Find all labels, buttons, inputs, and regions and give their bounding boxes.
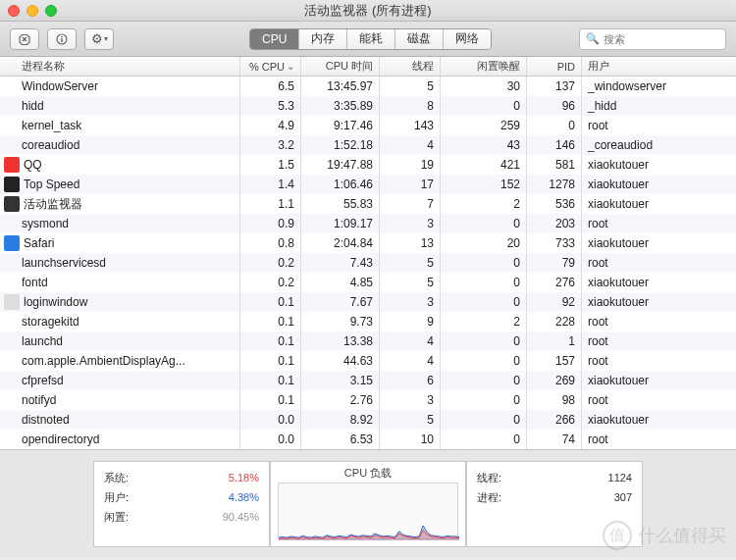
table-row[interactable]: opendirectoryd0.06.5310074root (0, 430, 736, 449)
cell-cpu: 0.2 (240, 253, 301, 273)
chevron-down-icon: ▾ (104, 34, 108, 43)
chart-title: CPU 负载 (344, 466, 392, 481)
cell-cpu: 0.0 (240, 430, 301, 449)
process-name: notifyd (22, 393, 56, 407)
login-icon (4, 294, 20, 310)
close-window-button[interactable] (8, 5, 20, 17)
table-row[interactable]: cfprefsd0.13.1560269xiaokutouer (0, 371, 736, 390)
tab-CPU[interactable]: CPU (250, 29, 299, 49)
cell-user: _hidd (582, 96, 736, 116)
threads-value: 1124 (608, 468, 632, 487)
cell-wake: 0 (441, 292, 527, 312)
cell-wake: 2 (441, 194, 527, 214)
table-row[interactable]: QQ1.519:47.8819421581xiaokutouer (0, 155, 736, 175)
cell-wake: 20 (441, 233, 527, 253)
cell-time: 7.67 (301, 292, 380, 312)
inspect-process-button[interactable] (47, 28, 77, 50)
process-name: launchservicesd (22, 256, 106, 270)
cell-user: root (582, 116, 736, 135)
gear-icon: ⚙ (91, 31, 103, 46)
processes-label: 进程: (477, 487, 501, 507)
cell-cpu: 6.5 (240, 76, 301, 96)
cpu-chart-panel: CPU 负载 (270, 461, 466, 547)
table-row[interactable]: launchservicesd0.27.435079root (0, 253, 736, 273)
table-row[interactable]: fontd0.24.8550276xiaokutouer (0, 273, 736, 292)
column-header-name[interactable]: 进程名称 (0, 57, 240, 76)
cell-user: xiaokutouer (582, 175, 736, 194)
cell-cpu: 1.1 (240, 194, 301, 214)
table-row[interactable]: kernel_task4.99:17.461432590root (0, 116, 736, 135)
cell-time: 3.15 (301, 371, 380, 390)
cell-time: 2:04.84 (301, 233, 380, 253)
tab-内存[interactable]: 内存 (299, 29, 347, 49)
traffic-lights (8, 5, 57, 17)
table-row[interactable]: loginwindow0.17.673092xiaokutouer (0, 292, 736, 312)
user-label: 用户: (104, 487, 129, 507)
column-header-threads[interactable]: 线程 (380, 57, 441, 76)
column-header-wake[interactable]: 闲置唤醒 (441, 57, 527, 76)
cell-threads: 6 (380, 371, 441, 390)
table-row[interactable]: coreaudiod3.21:52.18443146_coreaudiod (0, 135, 736, 155)
table-row[interactable]: hidd5.33:35.898096_hidd (0, 96, 736, 116)
process-table[interactable]: WindowServer6.513:45.97530137_windowserv… (0, 76, 736, 449)
cell-pid: 733 (527, 233, 582, 253)
process-name: loginwindow (24, 295, 87, 309)
process-name: Top Speed (24, 178, 79, 191)
cell-user: root (582, 351, 736, 371)
search-input[interactable] (604, 33, 736, 45)
process-name: WindowServer (22, 79, 98, 93)
safari-icon (4, 235, 20, 251)
table-row[interactable]: sysmond0.91:09.1730203root (0, 214, 736, 233)
cell-pid: 1 (527, 331, 582, 351)
settings-button[interactable]: ⚙▾ (84, 28, 114, 50)
cell-time: 1:09.17 (301, 214, 380, 233)
cpu-stats-panel: 系统:5.18% 用户:4.38% 闲置:90.45% (93, 461, 270, 547)
cell-wake: 259 (441, 116, 527, 135)
minimize-window-button[interactable] (26, 5, 38, 17)
column-header-user[interactable]: 用户 (582, 57, 736, 76)
cell-wake: 0 (441, 273, 527, 292)
column-header-time[interactable]: CPU 时间 (301, 57, 380, 76)
table-row[interactable]: Top Speed1.41:06.46171521278xiaokutouer (0, 175, 736, 194)
cell-threads: 5 (380, 76, 441, 96)
cell-threads: 10 (380, 430, 441, 449)
cell-pid: 98 (527, 390, 582, 410)
process-name: cfprefsd (22, 374, 64, 387)
table-row[interactable]: Safari0.82:04.841320733xiaokutouer (0, 233, 736, 253)
process-name: 活动监视器 (24, 196, 82, 213)
cell-cpu: 0.1 (240, 390, 301, 410)
table-row[interactable]: com.apple.AmbientDisplayAg...0.144.63401… (0, 351, 736, 371)
toolbar: ⚙▾ CPU内存能耗磁盘网络 🔍 (0, 22, 736, 57)
cell-threads: 5 (380, 410, 441, 430)
search-field[interactable]: 🔍 (579, 28, 726, 50)
process-name: Safari (24, 236, 54, 250)
table-row[interactable]: storagekitd0.19.7392228root (0, 312, 736, 331)
column-header-cpu[interactable]: % CPU (240, 57, 301, 76)
tab-网络[interactable]: 网络 (444, 29, 491, 49)
maximize-window-button[interactable] (45, 5, 57, 17)
cell-time: 4.85 (301, 273, 380, 292)
cell-threads: 7 (380, 194, 441, 214)
qq-icon (4, 157, 20, 173)
tab-能耗[interactable]: 能耗 (347, 29, 395, 49)
table-row[interactable]: WindowServer6.513:45.97530137_windowserv… (0, 76, 736, 96)
cell-cpu: 0.1 (240, 351, 301, 371)
table-row[interactable]: notifyd0.12.763098root (0, 390, 736, 410)
cell-time: 8.92 (301, 410, 380, 430)
idle-value: 90.45% (223, 507, 259, 527)
cell-pid: 1278 (527, 175, 582, 194)
cell-wake: 0 (441, 214, 527, 233)
column-header-pid[interactable]: PID (527, 57, 582, 76)
cell-time: 6.53 (301, 430, 380, 449)
cell-wake: 43 (441, 135, 527, 155)
cell-cpu: 0.1 (240, 371, 301, 390)
table-row[interactable]: distnoted0.08.9250266xiaokutouer (0, 410, 736, 430)
window-title: 活动监视器 (所有进程) (0, 2, 736, 20)
table-row[interactable]: 活动监视器1.155.8372536xiaokutouer (0, 194, 736, 214)
cell-wake: 0 (441, 410, 527, 430)
cell-time: 9.73 (301, 312, 380, 331)
stop-process-button[interactable] (10, 28, 39, 50)
cell-pid: 137 (527, 76, 582, 96)
tab-磁盘[interactable]: 磁盘 (395, 29, 444, 49)
table-row[interactable]: launchd0.113.38401root (0, 331, 736, 351)
